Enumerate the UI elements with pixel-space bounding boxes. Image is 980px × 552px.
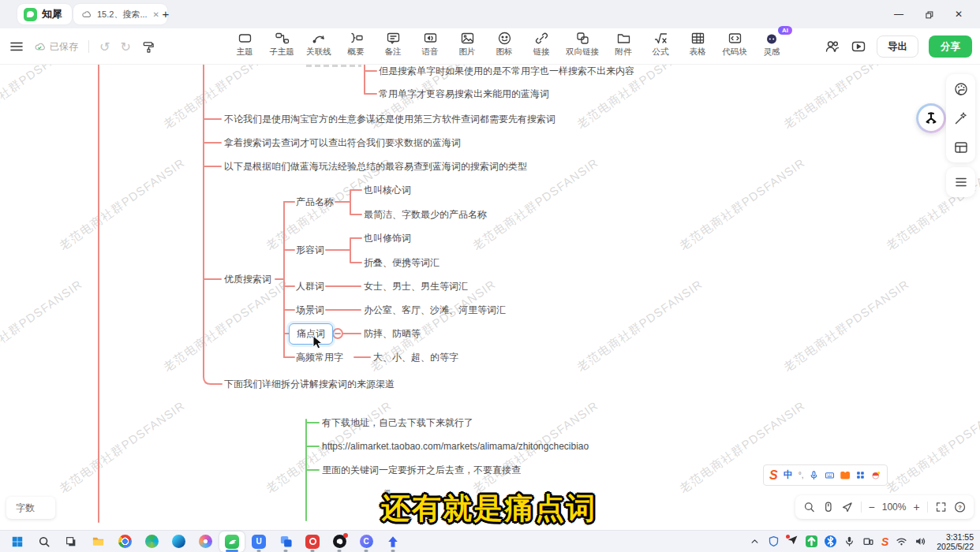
mindmap-canvas[interactable]: 老范电商社群PDSFANSIR老范电商社群PDSFANSIR老范电商社群PDSF… — [0, 65, 980, 530]
volume-icon[interactable] — [915, 535, 926, 547]
app-blue-squares[interactable] — [273, 531, 298, 552]
app-edge[interactable] — [166, 531, 191, 552]
mindmap-node[interactable]: 也叫核心词 — [364, 184, 411, 196]
word-count-pill[interactable]: 字数 — [6, 497, 55, 519]
sogou-tray-icon[interactable]: S — [881, 536, 888, 547]
tool-inspiration[interactable]: AI 灵感 — [759, 31, 784, 58]
app-u-shield[interactable]: U — [246, 531, 271, 552]
tool-formula[interactable]: 公式 — [648, 31, 673, 58]
tool-table[interactable]: 表格 — [685, 31, 710, 58]
mindmap-node[interactable]: 最简洁、字数最少的产品名称 — [364, 208, 487, 221]
new-tab-button[interactable]: + — [158, 6, 174, 22]
theme-palette-icon[interactable] — [953, 81, 969, 97]
app-chrome[interactable] — [112, 531, 137, 552]
mindmap-node[interactable]: 有下载地址，自己去下载下来就行了 — [322, 416, 473, 429]
tray-expand-chevron-icon[interactable] — [749, 535, 761, 547]
wifi-icon[interactable] — [896, 535, 907, 547]
mindmap-node[interactable]: 但是搜索单字时如果使用的是不常用字也一样搜索不出来内容 — [379, 65, 634, 77]
sogou-logo-icon[interactable]: S — [769, 469, 778, 482]
share-button[interactable]: 分享 — [929, 35, 972, 58]
app-circle-c[interactable]: C — [353, 531, 379, 552]
app-browser-360[interactable] — [139, 531, 164, 552]
tool-voice[interactable]: 语音 — [417, 31, 443, 58]
mindmap-node[interactable]: 拿着搜索词去查词才可以查出符合我们要求数据的蓝海词 — [224, 136, 461, 149]
mindmap-node[interactable]: 人群词 — [296, 280, 324, 293]
mindmap-node[interactable]: 办公室、客厅、沙滩、河里等词汇 — [364, 304, 506, 316]
mindmap-node-selected[interactable]: 痛点词 — [289, 323, 333, 345]
security-shield-icon[interactable] — [768, 535, 780, 547]
display-cast-icon[interactable] — [862, 535, 874, 547]
tool-summary[interactable]: 概要 — [343, 31, 368, 58]
app-obs[interactable] — [327, 531, 352, 552]
fullscreen-icon[interactable] — [935, 501, 947, 513]
document-tab[interactable]: 15.2、搜索... ✕ — [73, 4, 167, 24]
tool-sticker[interactable]: 图标 — [492, 31, 517, 58]
zoom-out-button[interactable]: − — [869, 501, 875, 513]
layout-structure-icon[interactable] — [953, 140, 969, 155]
bluetooth-icon[interactable] — [825, 535, 836, 547]
ime-language-toggle[interactable]: 中 — [784, 468, 793, 482]
taskbar-clock[interactable]: 3:31:55 2025/5/22 — [937, 532, 974, 551]
mindmap-node[interactable]: 高频常用字 — [296, 351, 343, 364]
locate-cursor-icon[interactable] — [841, 501, 853, 513]
video-tutorial-icon[interactable] — [851, 39, 866, 54]
ime-mic-icon[interactable] — [809, 470, 819, 480]
file-explorer[interactable] — [85, 531, 110, 552]
mindmap-node-url[interactable]: https://alimarket.taobao.com/markets/ali… — [322, 440, 589, 453]
close-button[interactable]: ✕ — [944, 0, 974, 28]
mindmap-node[interactable]: 不论我们是使用淘宝官方的生意参谋还是使用第三方软件查词都需要先有搜索词 — [224, 113, 555, 125]
mindmap-node[interactable]: 里面的关键词一定要拆开之后去查，不要直接查 — [322, 464, 521, 476]
mindmap-node[interactable]: 以下是根据咱们做蓝海玩法经验总结的最容易查到蓝海词的搜索词的类型 — [224, 160, 527, 173]
ime-skin-icon[interactable] — [840, 472, 850, 479]
restore-button[interactable] — [914, 0, 944, 28]
zoom-in-button[interactable]: + — [913, 501, 919, 513]
drag-mode-mouse-icon[interactable] — [822, 501, 834, 513]
zhixi-assistant-button[interactable] — [916, 103, 946, 133]
app-blue-arrow[interactable] — [380, 531, 406, 552]
ime-keyboard-icon[interactable] — [825, 470, 835, 480]
tool-attachment[interactable]: 附件 — [611, 31, 636, 58]
ime-punctuation-toggle[interactable]: °, — [799, 471, 804, 479]
format-painter-icon[interactable] — [141, 40, 155, 54]
mindmap-node[interactable]: 产品名称 — [296, 196, 334, 208]
collaborate-icon[interactable] — [825, 39, 840, 54]
help-icon[interactable]: ? — [954, 501, 966, 513]
tool-code-block[interactable]: 代码块 — [722, 31, 747, 58]
tool-image[interactable]: 图片 — [454, 31, 480, 58]
mindmap-node[interactable]: 折叠、便携等词汇 — [364, 256, 440, 269]
app-pink-browser[interactable] — [193, 531, 218, 552]
task-view-button[interactable] — [58, 531, 84, 552]
sogou-ime-bar[interactable]: S 中 °, — [763, 464, 888, 486]
mindmap-node[interactable]: 形容词 — [296, 244, 324, 256]
microphone-icon[interactable] — [843, 535, 855, 547]
tool-link[interactable]: 链接 — [529, 31, 554, 58]
undo-icon[interactable]: ↺ — [99, 39, 110, 54]
beautify-wand-icon[interactable] — [953, 110, 969, 126]
outline-list-icon[interactable] — [953, 174, 969, 190]
search-icon[interactable] — [803, 501, 815, 513]
ime-emoji-icon[interactable] — [871, 470, 881, 480]
app-red-o[interactable] — [300, 531, 325, 552]
app-home-button[interactable]: 知犀 — [17, 4, 72, 24]
export-button[interactable]: 导出 — [877, 35, 918, 58]
mindmap-node[interactable]: 也叫修饰词 — [364, 232, 411, 244]
tool-bidirectional-link[interactable]: 双向链接 — [566, 31, 599, 58]
tool-topic[interactable]: 主题 — [232, 31, 257, 58]
mindmap-node[interactable]: 常用单字才更容易搜索出来能用的蓝海词 — [379, 88, 549, 100]
mindmap-node[interactable]: 防摔、防晒等 — [364, 327, 421, 340]
taskbar-search[interactable] — [32, 531, 57, 552]
mindmap-node[interactable]: 下面我们详细拆分讲解搜索词的来源渠道 — [224, 378, 395, 390]
minimize-button[interactable]: — — [884, 0, 914, 28]
mindmap-node[interactable]: 优质搜索词 — [224, 273, 271, 285]
mindmap-node[interactable]: 女士、男士、男生等词汇 — [364, 280, 468, 293]
tool-note[interactable]: 备注 — [380, 31, 406, 58]
green-clipboard-icon[interactable] — [806, 535, 817, 547]
tool-subtopic[interactable]: 子主题 — [269, 31, 294, 58]
start-button[interactable] — [5, 531, 30, 552]
menu-icon[interactable] — [9, 39, 24, 54]
ime-toolbox-icon[interactable] — [855, 470, 866, 480]
tool-relation-line[interactable]: 关联线 — [306, 31, 331, 58]
mindmap-node[interactable]: 场景词 — [296, 304, 324, 316]
app-zhixi-active[interactable] — [219, 531, 245, 552]
mindmap-node[interactable]: 大、小、超、的等字 — [373, 351, 458, 364]
